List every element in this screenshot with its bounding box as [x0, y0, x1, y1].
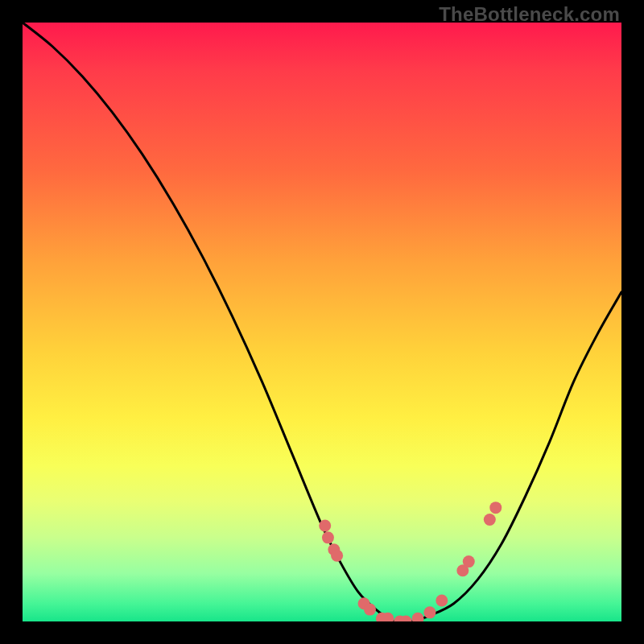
chart-svg [23, 23, 621, 621]
data-point [489, 502, 502, 514]
data-point [423, 606, 436, 618]
bottleneck-curve [23, 23, 621, 621]
data-point [364, 604, 376, 616]
chart-frame: TheBottleneck.com [0, 0, 644, 644]
plot-area [23, 23, 621, 621]
data-point [412, 613, 424, 621]
data-point [436, 594, 448, 606]
data-point [322, 531, 334, 543]
data-point [331, 550, 343, 562]
data-point [463, 555, 475, 568]
data-point [484, 514, 496, 526]
data-point [319, 519, 331, 531]
